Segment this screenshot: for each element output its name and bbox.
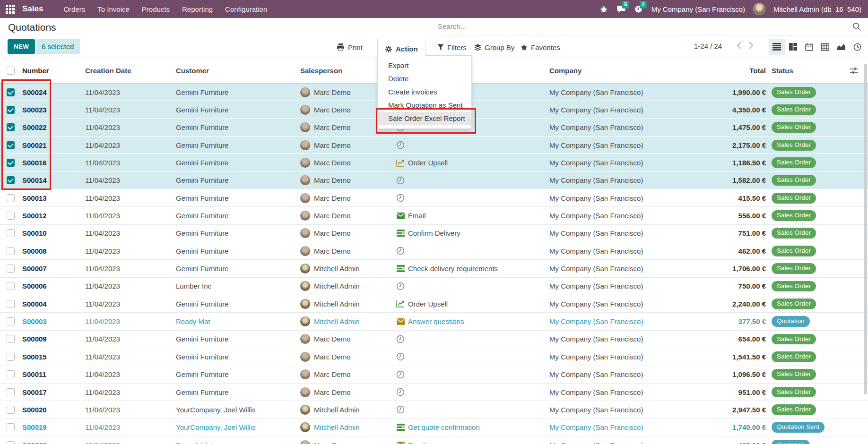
cell-activity[interactable]: Email <box>396 212 549 220</box>
table-row[interactable]: S00006 11/04/2023 Lumber Inc Mitchell Ad… <box>0 278 868 295</box>
table-row[interactable]: S00009 11/04/2023 Gemini Furniture Marc … <box>0 331 868 348</box>
nav-menu-orders[interactable]: Orders <box>57 1 91 17</box>
pager-next-icon[interactable] <box>748 41 754 51</box>
nav-menu-configuration[interactable]: Configuration <box>219 1 273 17</box>
table-row[interactable]: S00011 11/04/2023 Gemini Furniture Marc … <box>0 366 868 384</box>
row-checkbox[interactable] <box>0 300 22 308</box>
list-view-icon[interactable] <box>769 39 785 55</box>
action-menu-item-mark-quotation-as-sent[interactable]: Mark Quotation as Sent <box>378 99 471 112</box>
nav-menu-to-invoice[interactable]: To Invoice <box>91 1 136 17</box>
column-header-company[interactable]: Company <box>549 67 720 75</box>
cell-activity[interactable] <box>396 370 549 379</box>
action-menu-item-sale-order-excel-report[interactable]: Sale Order Excel Report <box>378 112 471 125</box>
row-checkbox[interactable] <box>0 123 22 131</box>
row-checkbox[interactable] <box>0 265 22 273</box>
bug-icon[interactable] <box>599 4 608 14</box>
column-header-creation-date[interactable]: Creation Date <box>85 67 176 75</box>
cell-activity[interactable]: Email <box>396 441 549 444</box>
cell-activity[interactable]: Order Upsell <box>396 299 549 308</box>
cell-activity[interactable] <box>396 388 549 396</box>
table-row[interactable]: S00014 11/04/2023 Gemini Furniture Marc … <box>0 172 868 189</box>
cell-activity[interactable] <box>396 194 549 202</box>
row-checkbox[interactable] <box>0 141 22 149</box>
row-checkbox[interactable] <box>0 388 22 396</box>
row-checkbox[interactable] <box>0 370 22 378</box>
search-icon[interactable] <box>852 22 861 33</box>
cell-activity[interactable] <box>396 405 549 414</box>
row-checkbox[interactable] <box>0 441 22 444</box>
messages-icon[interactable]: 5 <box>616 4 626 14</box>
user-avatar[interactable] <box>753 3 765 15</box>
activities-icon[interactable]: 2 <box>634 4 643 14</box>
table-row[interactable]: S00016 11/04/2023 Gemini Furniture Marc … <box>0 154 868 171</box>
row-checkbox[interactable] <box>0 335 22 343</box>
table-row[interactable]: S00005 11/04/2023 Deco Addict Marc Demo <box>0 436 868 444</box>
row-checkbox[interactable] <box>0 176 22 184</box>
table-row[interactable]: S00013 11/04/2023 Gemini Furniture Marc … <box>0 189 868 207</box>
print-button[interactable]: Print <box>337 39 363 55</box>
cell-activity[interactable] <box>396 335 549 343</box>
cell-activity[interactable] <box>396 247 549 255</box>
row-checkbox[interactable] <box>0 282 22 290</box>
table-row[interactable]: S00021 11/04/2023 Gemini Furniture Marc … <box>0 137 868 154</box>
row-checkbox[interactable] <box>0 88 22 96</box>
table-row[interactable]: S00004 11/04/2023 Gemini Furniture Mitch… <box>0 295 868 313</box>
row-checkbox[interactable] <box>0 317 22 325</box>
row-checkbox[interactable] <box>0 406 22 414</box>
search-input[interactable]: Search... <box>435 18 868 35</box>
action-menu-item-export[interactable]: Export <box>378 59 471 72</box>
activity-view-icon[interactable] <box>849 39 865 55</box>
row-checkbox[interactable] <box>0 423 22 431</box>
row-checkbox[interactable] <box>0 159 22 167</box>
cell-activity[interactable] <box>396 176 549 185</box>
table-row[interactable]: S00007 11/04/2023 Gemini Furniture Mitch… <box>0 260 868 277</box>
row-checkbox[interactable] <box>0 212 22 220</box>
company-switcher[interactable]: My Company (San Francisco) <box>651 5 745 13</box>
table-row[interactable]: S00003 11/04/2023 Ready Mat Mitchell Adm… <box>0 313 868 330</box>
action-button[interactable]: Action <box>377 39 425 59</box>
filters-button[interactable]: Filters <box>437 39 467 55</box>
cell-activity[interactable]: Check delivery requirements <box>396 265 549 273</box>
cell-activity[interactable]: Confirm Delivery <box>396 229 549 238</box>
cell-activity[interactable]: Order Upsell <box>396 159 549 167</box>
app-name[interactable]: Sales <box>22 4 43 14</box>
action-menu-item-delete[interactable]: Delete <box>378 72 471 85</box>
optional-columns-icon[interactable] <box>850 67 859 76</box>
table-row[interactable]: S00015 11/04/2023 Gemini Furniture Marc … <box>0 348 868 366</box>
calendar-view-icon[interactable] <box>801 39 817 55</box>
select-all-checkbox[interactable] <box>7 67 15 75</box>
action-menu-item-create-invoices[interactable]: Create invoices <box>378 85 471 99</box>
table-row[interactable]: S00008 11/04/2023 Gemini Furniture Marc … <box>0 242 868 260</box>
row-checkbox[interactable] <box>0 229 22 237</box>
favorites-button[interactable]: Favorites <box>521 39 560 55</box>
cell-activity[interactable] <box>396 352 549 361</box>
table-row[interactable]: S00012 11/04/2023 Gemini Furniture Marc … <box>0 207 868 224</box>
column-header-customer[interactable]: Customer <box>176 67 300 75</box>
table-row[interactable]: S00017 11/04/2023 Gemini Furniture Marc … <box>0 384 868 401</box>
pivot-view-icon[interactable] <box>817 39 833 55</box>
vertical-scrollbar[interactable] <box>864 64 867 394</box>
status-badge: Sales Order <box>772 122 816 133</box>
table-row[interactable]: S00019 11/04/2023 YourCompany, Joel Will… <box>0 419 868 436</box>
apps-grid-icon[interactable] <box>6 5 15 14</box>
nav-menu-reporting[interactable]: Reporting <box>176 1 219 17</box>
cell-activity[interactable]: Get quote confirmation <box>396 423 549 432</box>
pager-previous-icon[interactable] <box>737 41 742 51</box>
table-row[interactable]: S00010 11/04/2023 Gemini Furniture Marc … <box>0 225 868 242</box>
column-header-total[interactable]: Total <box>720 67 766 75</box>
user-menu[interactable]: Mitchell Admin (db_16_540) <box>773 5 861 13</box>
row-checkbox[interactable] <box>0 247 22 255</box>
row-checkbox[interactable] <box>0 194 22 202</box>
column-header-number[interactable]: Number <box>22 67 85 75</box>
nav-menu-products[interactable]: Products <box>136 1 176 17</box>
row-checkbox[interactable] <box>0 106 22 114</box>
graph-view-icon[interactable] <box>833 39 849 55</box>
kanban-view-icon[interactable] <box>785 39 801 55</box>
group-by-button[interactable]: Group By <box>474 39 514 55</box>
cell-activity[interactable]: Answer questions <box>396 317 549 326</box>
cell-activity[interactable] <box>396 141 549 149</box>
table-row[interactable]: S00020 11/04/2023 YourCompany, Joel Will… <box>0 401 868 418</box>
new-button[interactable]: NEW <box>8 39 35 54</box>
cell-activity[interactable] <box>396 282 549 290</box>
row-checkbox[interactable] <box>0 353 22 361</box>
